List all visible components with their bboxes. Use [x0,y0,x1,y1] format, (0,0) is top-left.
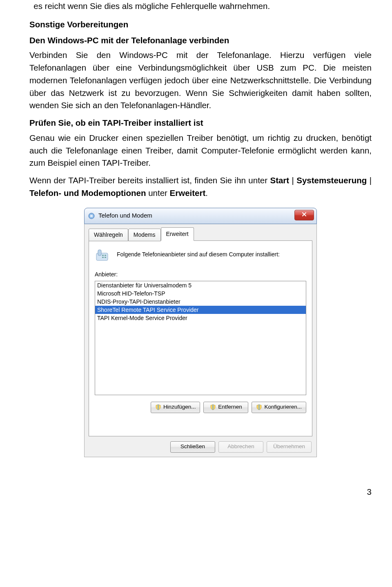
shield-icon [256,404,262,410]
intro-text: Folgende Telefonieanbieter sind auf dies… [117,250,280,259]
text: Wenn der TAPI-Treiber bereits installier… [29,176,270,185]
list-item[interactable]: NDIS-Proxy-TAPI-Dienstanbieter [95,298,306,306]
bold-text: Erweitert [170,188,206,198]
svg-rect-5 [105,255,106,256]
button-label: Konfigurieren... [264,403,302,411]
bold-text: Telefon- und Modemoptionen [29,188,146,198]
provider-listbox[interactable]: Dienstanbieter für Universalmodem 5 Micr… [95,281,306,395]
telefon-und-modem-dialog: Telefon und Modem Wählregeln Modems Erwe… [84,208,317,457]
page-number: 3 [0,486,392,498]
tab-waehlregeln[interactable]: Wählregeln [89,229,128,241]
subheading-tapi-pruefen: Prüfen Sie, ob ein TAPI-Treiber installi… [29,117,372,129]
tab-row: Wählregeln Modems Erweitert [89,227,312,241]
button-label: Schließen [180,442,205,451]
text: | [289,176,296,185]
close-icon [302,211,307,219]
bold-text: Systemsteuerung [296,176,367,185]
tab-erweitert[interactable]: Erweitert [161,227,194,241]
text: unter [146,188,169,198]
close-button[interactable] [294,210,314,220]
tab-modems[interactable]: Modems [128,229,161,241]
subheading-pc-verbinden: Den Windows-PC mit der Telefonanlage ver… [29,34,372,47]
bold-text: Start [270,176,289,185]
svg-rect-4 [102,255,104,256]
list-item[interactable]: Microsoft HID-Telefon-TSP [95,289,306,298]
configure-button[interactable]: Konfigurieren... [252,402,306,413]
add-button[interactable]: Hinzufügen... [151,402,200,413]
dialog-body: Wählregeln Modems Erweitert [84,224,317,457]
list-item[interactable]: TAPI Kernel-Mode Service Provider [95,314,306,322]
apply-button: Übernehmen [267,441,312,453]
phone-icon [95,247,111,263]
svg-rect-1 [90,215,93,217]
button-label: Entfernen [218,403,242,411]
telefon-modem-icon [88,212,95,220]
paragraph: Verbinden Sie den Windows-PC mit der Tel… [29,49,372,112]
titlebar[interactable]: Telefon und Modem [84,208,317,224]
dialog-title: Telefon und Modem [98,211,152,220]
svg-rect-7 [105,257,106,258]
close-button[interactable]: Schließen [170,441,215,453]
paragraph: es reicht wenn Sie dies als mögliche Feh… [29,0,372,13]
button-label: Hinzufügen... [163,403,196,411]
tab-panel-erweitert: Folgende Telefonieanbieter sind auf dies… [89,240,312,436]
svg-rect-6 [102,257,104,258]
list-item[interactable]: ShoreTel Remote TAPI Service Provider [95,306,306,314]
text: . [205,188,208,198]
shield-icon [210,404,216,410]
button-label: Übernehmen [273,442,305,451]
paragraph: Wenn der TAPI-Treiber bereits installier… [29,174,372,200]
provider-label: Anbieter: [95,270,306,279]
paragraph: Genau wie ein Drucker einen speziellen T… [29,132,372,169]
text: | [367,176,372,185]
svg-rect-3 [98,250,101,256]
button-label: Abbrechen [227,442,254,451]
shield-icon [155,404,161,410]
list-item[interactable]: Dienstanbieter für Universalmodem 5 [95,281,306,289]
heading-sonstige-vorbereitungen: Sonstige Vorbereitungen [29,18,372,31]
remove-button[interactable]: Entfernen [203,402,248,413]
cancel-button: Abbrechen [218,441,263,453]
